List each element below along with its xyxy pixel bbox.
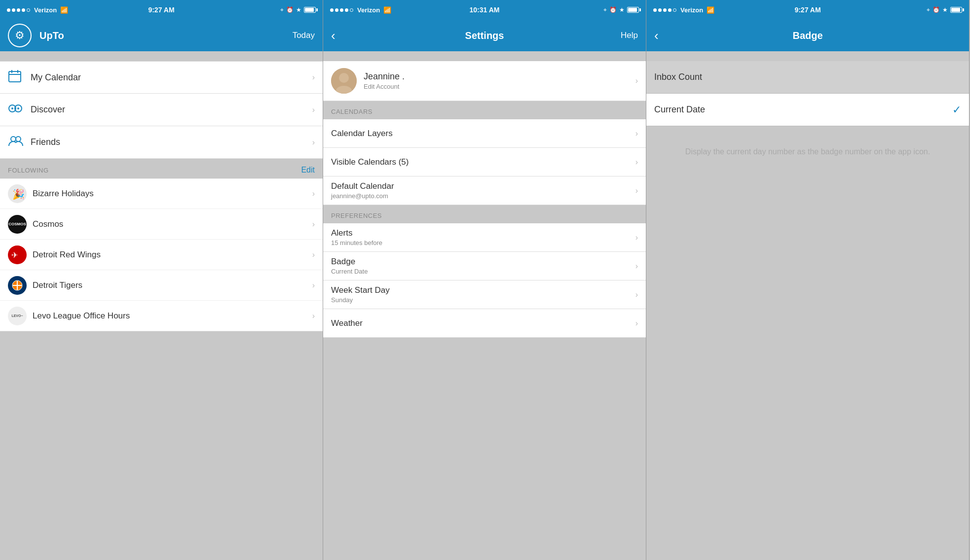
- default-calendar-content: Default Calendar jeannine@upto.com: [331, 181, 635, 200]
- back-button-p2[interactable]: ‹: [331, 29, 336, 42]
- dot4: [22, 8, 25, 12]
- svg-text:🎉: 🎉: [12, 188, 24, 200]
- dot4-p3: [668, 8, 672, 12]
- chevron-default-calendar: ›: [635, 186, 638, 195]
- status-bar-p2: Verizon 📶 10:31 AM ⌖ ⏰ ★: [323, 0, 646, 20]
- main-menu: My Calendar › Discover ›: [0, 61, 323, 159]
- chevron-calendar-layers: ›: [635, 129, 638, 138]
- inbox-count-label: Inbox Count: [654, 72, 961, 82]
- week-start-item[interactable]: Week Start Day Sunday ›: [323, 280, 646, 309]
- user-row[interactable]: Jeannine . Edit Account ›: [323, 61, 646, 101]
- user-section: Jeannine . Edit Account ›: [323, 61, 646, 101]
- help-button[interactable]: Help: [621, 31, 638, 40]
- today-button[interactable]: Today: [293, 31, 315, 40]
- follow-item-tigers[interactable]: Detroit Tigers ›: [0, 270, 323, 301]
- dot5: [27, 8, 30, 12]
- avatar-levo: LEVO~: [8, 307, 27, 325]
- panel-upto-main: Verizon 📶 9:27 AM ⌖ ⏰ ★ ⚙ UpTo Today: [0, 0, 323, 560]
- alerts-item[interactable]: Alerts 15 minutes before ›: [323, 223, 646, 252]
- carrier-p1: Verizon: [34, 6, 57, 14]
- following-list: 🎉 Bizarre Holidays › COSMOS Cosmos › ✈: [0, 178, 323, 331]
- discover-label: Discover: [31, 105, 312, 115]
- follow-item-red-wings[interactable]: ✈ Detroit Red Wings ›: [0, 240, 323, 270]
- battery-fill-p1: [305, 8, 314, 12]
- badge-content-area: Inbox Count Current Date ✓ Display the c…: [646, 51, 969, 560]
- nav-bar-p3: ‹ Badge: [646, 20, 969, 51]
- dot1: [7, 8, 10, 12]
- dot2-p2: [335, 8, 338, 12]
- status-bar-p3: Verizon 📶 9:27 AM ⌖ ⏰ ★: [646, 0, 969, 20]
- user-name: Jeannine .: [364, 71, 635, 82]
- location-icon-p1: ⌖: [280, 6, 284, 13]
- dot2-p3: [658, 8, 662, 12]
- nav-bar-p1: ⚙ UpTo Today: [0, 20, 323, 51]
- dot3-p2: [340, 8, 343, 12]
- current-date-item[interactable]: Current Date ✓: [646, 94, 969, 126]
- visible-calendars-item[interactable]: Visible Calendars (5) ›: [323, 148, 646, 176]
- left-status-p2: Verizon 📶: [330, 6, 391, 14]
- edit-button[interactable]: Edit: [301, 166, 315, 175]
- my-calendar-label: My Calendar: [31, 72, 312, 83]
- visible-calendars-label: Visible Calendars (5): [331, 157, 635, 167]
- battery-fill-p3: [951, 8, 960, 12]
- alerts-label: Alerts: [331, 228, 635, 238]
- follow-name-levo: Levo League Office Hours: [33, 311, 312, 321]
- weather-item[interactable]: Weather ›: [323, 309, 646, 338]
- default-calendar-item[interactable]: Default Calendar jeannine@upto.com ›: [323, 176, 646, 205]
- left-status-p3: Verizon 📶: [653, 6, 714, 14]
- gear-button[interactable]: ⚙: [8, 24, 32, 47]
- preferences-items: Alerts 15 minutes before › Badge Current…: [323, 223, 646, 338]
- badge-label: Badge: [331, 257, 635, 267]
- discover-item[interactable]: Discover ›: [0, 94, 323, 126]
- dot5-p2: [350, 8, 353, 12]
- battery-p2: [627, 7, 639, 13]
- calendars-section-header: CALENDARS: [323, 101, 646, 119]
- week-start-label: Week Start Day: [331, 285, 635, 295]
- avatar-tigers: [8, 276, 27, 295]
- user-sub: Edit Account: [364, 83, 635, 90]
- user-info: Jeannine . Edit Account: [364, 71, 635, 90]
- svg-point-18: [339, 73, 349, 83]
- badge-item-settings[interactable]: Badge Current Date ›: [323, 252, 646, 280]
- user-avatar: [331, 68, 357, 94]
- calendar-layers-label: Calendar Layers: [331, 129, 635, 139]
- friends-item[interactable]: Friends ›: [0, 126, 323, 159]
- chevron-tigers: ›: [312, 281, 315, 290]
- back-button-p3[interactable]: ‹: [654, 29, 659, 42]
- dot4-p2: [345, 8, 348, 12]
- settings-content: Jeannine . Edit Account › CALENDARS Cale…: [323, 51, 646, 560]
- svg-rect-0: [9, 71, 21, 82]
- preferences-section-header: PREFERENCES: [323, 205, 646, 223]
- dot1-p3: [653, 8, 657, 12]
- time-p2: 10:31 AM: [470, 6, 500, 14]
- status-bar-p1: Verizon 📶 9:27 AM ⌖ ⏰ ★: [0, 0, 323, 20]
- badge-nav-title: Badge: [792, 30, 822, 41]
- following-section-header: FOLLOWING Edit: [0, 159, 323, 178]
- my-calendar-item[interactable]: My Calendar ›: [0, 61, 323, 94]
- chevron-alerts: ›: [635, 233, 638, 242]
- panel-badge: Verizon 📶 9:27 AM ⌖ ⏰ ★ ‹ Badge Inbox Co…: [646, 0, 970, 560]
- weather-label: Weather: [331, 318, 635, 328]
- follow-name-red-wings: Detroit Red Wings: [33, 250, 312, 260]
- right-status-p3: ⌖ ⏰ ★: [927, 6, 962, 13]
- follow-item-bizarre[interactable]: 🎉 Bizarre Holidays ›: [0, 178, 323, 209]
- badge-description: Display the current day number as the ba…: [646, 126, 969, 177]
- bluetooth-icon-p3: ★: [942, 6, 948, 13]
- chevron-weather: ›: [635, 319, 638, 328]
- alarm-icon-p2: ⏰: [609, 6, 617, 13]
- nav-bar-p2: ‹ Settings Help: [323, 20, 646, 51]
- follow-item-levo[interactable]: LEVO~ Levo League Office Hours ›: [0, 301, 323, 331]
- calendar-layers-content: Calendar Layers: [331, 129, 635, 139]
- inbox-count-item[interactable]: Inbox Count: [646, 61, 969, 94]
- calendar-layers-item[interactable]: Calendar Layers ›: [323, 119, 646, 148]
- chevron-cosmos: ›: [312, 220, 315, 229]
- visible-calendars-content: Visible Calendars (5): [331, 157, 635, 167]
- follow-item-cosmos[interactable]: COSMOS Cosmos ›: [0, 209, 323, 240]
- chevron-visible-calendars: ›: [635, 158, 638, 167]
- dot5-p3: [673, 8, 676, 12]
- calendar-icon: [8, 69, 26, 86]
- wifi-icon-p1: 📶: [60, 6, 68, 14]
- wifi-icon-p3: 📶: [707, 6, 714, 14]
- week-start-sub: Sunday: [331, 296, 635, 304]
- chevron-discover: ›: [312, 105, 315, 114]
